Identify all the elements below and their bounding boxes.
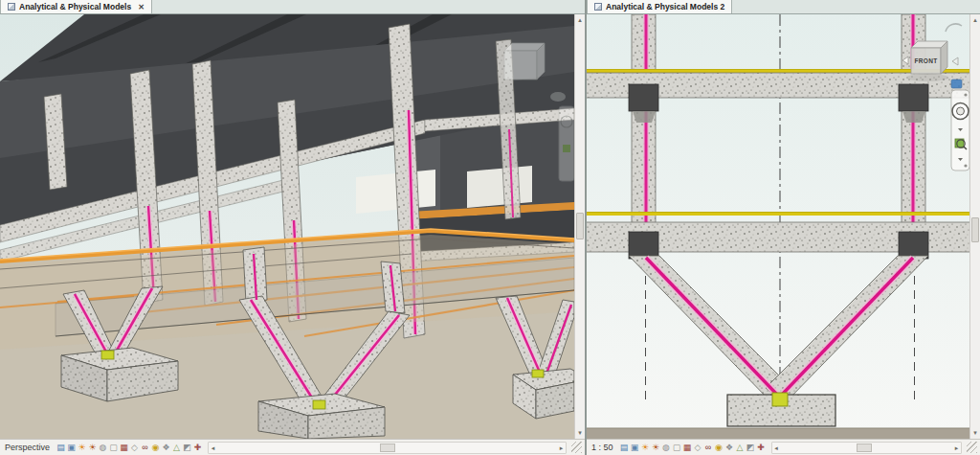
vertical-scrollbar-right[interactable]: ▴ ▾	[969, 14, 980, 439]
detail-level-icon[interactable]: ▤	[56, 442, 66, 453]
tabbar-left: Analytical & Physical Models ✕	[0, 0, 585, 14]
scroll-right-icon[interactable]: ▸	[557, 443, 566, 453]
tab-title: Analytical & Physical Models	[19, 2, 131, 11]
navigation-bar-ghost[interactable]	[559, 106, 574, 181]
section-view-canvas[interactable]	[587, 14, 969, 439]
scroll-up-icon[interactable]: ▴	[970, 15, 980, 25]
unlocked-3d-view-icon[interactable]: ◇	[693, 442, 703, 453]
viewport-front: FRONT ▴ ▾	[587, 14, 980, 439]
show-analytical-model-icon[interactable]: △	[171, 442, 182, 453]
navbar-pin-icon[interactable]	[964, 164, 967, 167]
visual-style-icon[interactable]: ▣	[630, 442, 640, 453]
scroll-left-icon[interactable]: ◂	[209, 443, 217, 453]
scroll-thumb[interactable]	[576, 213, 584, 239]
vertical-scrollbar-left[interactable]: ▴ ▾	[574, 14, 585, 439]
viewport-3d: ▴ ▾	[0, 14, 585, 439]
show-analytical-model-icon[interactable]: △	[735, 442, 746, 453]
visual-style-icon[interactable]: ▣	[66, 442, 77, 453]
view-control-icons: ▤▣☀☀◍▢▦◇∞◉❖△◩✚	[619, 442, 767, 453]
temporary-view-properties-icon[interactable]: ❖	[161, 442, 171, 453]
view-scale-label[interactable]: Perspective	[5, 443, 50, 452]
horizontal-scrollbar-left[interactable]: ◂ ▸	[208, 442, 567, 454]
view-control-bar-right: 1 : 50 ▤▣☀☀◍▢▦◇∞◉❖△◩✚ ◂ ▸	[587, 439, 980, 455]
view-window-front: Analytical & Physical Models 2	[587, 0, 980, 455]
analytical-node	[772, 393, 788, 406]
navigation-bar[interactable]	[951, 80, 969, 171]
revit-workspace: Analytical & Physical Models ✕	[0, 0, 980, 455]
scroll-left-icon[interactable]: ◂	[772, 443, 781, 453]
shadows-icon[interactable]: ☀	[87, 442, 98, 453]
ground-strip	[587, 428, 969, 439]
show-rendering-dialog-icon[interactable]: ◍	[98, 442, 108, 453]
highlight-displacement-sets-icon[interactable]: ◩	[746, 442, 756, 453]
scroll-right-icon[interactable]: ▸	[952, 443, 961, 453]
view-scale-label[interactable]: 1 : 50	[591, 443, 613, 452]
crop-view-icon[interactable]: ▢	[672, 442, 682, 453]
temporary-hide-isolate-icon[interactable]: ∞	[140, 442, 150, 453]
view-control-bar-left: Perspective ▤▣☀☀◍▢▦◇∞◉❖△◩✚ ◂ ▸	[0, 439, 585, 455]
horizontal-scrollbar-right[interactable]: ◂ ▸	[771, 442, 962, 454]
scroll-down-icon[interactable]: ▾	[970, 428, 980, 438]
reveal-hidden-elements-icon[interactable]: ◉	[150, 442, 161, 453]
scroll-thumb[interactable]	[380, 444, 395, 452]
shadows-icon[interactable]: ☀	[651, 442, 661, 453]
show-crop-region-icon[interactable]: ▦	[682, 442, 693, 453]
resize-grip[interactable]	[967, 442, 977, 453]
temporary-view-properties-icon[interactable]: ❖	[724, 442, 735, 453]
show-crop-region-icon[interactable]: ▦	[119, 442, 129, 453]
3d-view-canvas[interactable]	[0, 14, 574, 439]
view-icon	[8, 3, 15, 11]
reveal-hidden-elements-icon[interactable]: ◉	[714, 442, 724, 453]
scroll-thumb[interactable]	[971, 217, 979, 242]
view-control-icons: ▤▣☀☀◍▢▦◇∞◉❖△◩✚	[56, 442, 203, 453]
highlight-displacement-sets-icon[interactable]: ◩	[182, 442, 192, 453]
tabbar-right: Analytical & Physical Models 2	[587, 0, 980, 14]
reveal-constraints-icon[interactable]: ✚	[192, 442, 203, 453]
navbar-pin-icon[interactable]	[964, 93, 967, 96]
show-rendering-dialog-icon[interactable]: ◍	[661, 442, 672, 453]
view-window-3d: Analytical & Physical Models ✕	[0, 0, 585, 455]
resize-grip[interactable]	[571, 442, 582, 453]
scroll-down-icon[interactable]: ▾	[575, 428, 585, 438]
view-icon	[594, 3, 602, 11]
tab-analytical-physical-models[interactable]: Analytical & Physical Models ✕	[0, 0, 152, 13]
analytical-node-1	[101, 351, 114, 359]
unlocked-3d-view-icon[interactable]: ◇	[129, 442, 140, 453]
sun-path-icon[interactable]: ☀	[640, 442, 651, 453]
analytical-node-2	[313, 400, 325, 409]
tab-title: Analytical & Physical Models 2	[606, 2, 724, 11]
scroll-thumb[interactable]	[857, 444, 872, 452]
reveal-constraints-icon[interactable]: ✚	[756, 442, 767, 453]
tab-analytical-physical-models-2[interactable]: Analytical & Physical Models 2	[587, 0, 732, 13]
sun-path-icon[interactable]: ☀	[77, 442, 87, 453]
close-icon[interactable]: ✕	[138, 3, 145, 11]
crop-view-icon[interactable]: ▢	[108, 442, 119, 453]
scroll-up-icon[interactable]: ▴	[575, 15, 585, 25]
compass-icon[interactable]	[951, 80, 962, 88]
analytical-node-3	[532, 370, 544, 377]
detail-level-icon[interactable]: ▤	[619, 442, 630, 453]
temporary-hide-isolate-icon[interactable]: ∞	[703, 442, 714, 453]
